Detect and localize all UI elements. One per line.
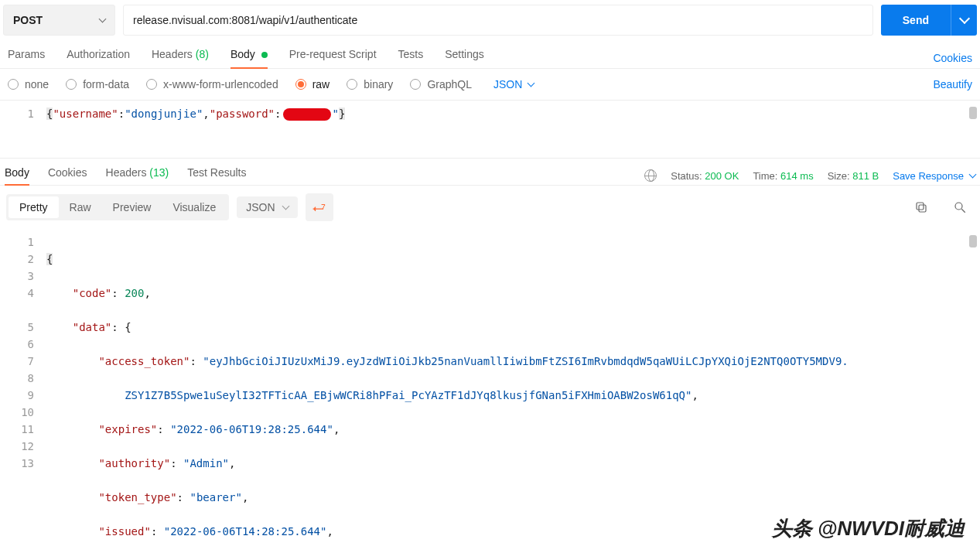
request-body-code[interactable]: {"username":"dongjunjie","password":"} xyxy=(46,105,980,122)
search-button[interactable] xyxy=(946,193,974,221)
resp-tab-headers[interactable]: Headers (13) xyxy=(106,166,169,185)
tab-headers-label: Headers xyxy=(152,48,193,60)
radio-icon xyxy=(146,79,157,90)
tab-headers[interactable]: Headers (8) xyxy=(152,48,209,68)
radio-form-data[interactable]: form-data xyxy=(66,78,129,90)
radio-urlencoded[interactable]: x-www-form-urlencoded xyxy=(146,78,278,90)
chevron-down-icon xyxy=(528,80,535,87)
resp-tab-test-results[interactable]: Test Results xyxy=(187,166,246,185)
tab-body-label: Body xyxy=(230,48,255,60)
radio-icon xyxy=(8,79,19,90)
size-label: Size: 811 B xyxy=(828,170,879,182)
body-type-radiogroup: none form-data x-www-form-urlencoded raw… xyxy=(8,78,534,90)
request-tabs: Params Authorization Headers (8) Body Pr… xyxy=(8,48,484,68)
beautify-link[interactable]: Beautify xyxy=(933,78,972,90)
redacted-password xyxy=(283,108,331,121)
radio-icon xyxy=(295,79,306,90)
radio-icon xyxy=(347,79,357,90)
scrollbar-indicator[interactable] xyxy=(969,235,977,247)
resp-headers-count: (13) xyxy=(149,166,169,179)
globe-icon[interactable] xyxy=(644,169,657,182)
tab-tests[interactable]: Tests xyxy=(398,48,424,68)
search-icon xyxy=(953,200,967,214)
copy-button[interactable] xyxy=(907,193,935,221)
time-label: Time: 614 ms xyxy=(753,170,813,182)
wrap-lines-button[interactable]: ⮐ xyxy=(306,193,333,221)
viewmode-preview[interactable]: Preview xyxy=(102,196,162,218)
send-button-group: Send xyxy=(881,5,977,36)
resp-tab-cookies[interactable]: Cookies xyxy=(48,166,87,185)
viewmode-raw[interactable]: Raw xyxy=(59,196,102,218)
radio-none[interactable]: none xyxy=(8,78,49,90)
http-method-value: POST xyxy=(13,14,43,26)
copy-icon xyxy=(914,200,928,214)
response-format-select[interactable]: JSON xyxy=(237,196,297,218)
tab-body[interactable]: Body xyxy=(230,48,268,68)
request-body-editor[interactable]: 1 {"username":"dongjunjie","password":"} xyxy=(0,101,980,159)
tab-authorization[interactable]: Authorization xyxy=(67,48,130,68)
response-gutter: 12345678910111213 xyxy=(0,234,46,553)
radio-graphql[interactable]: GraphQL xyxy=(410,78,472,90)
chevron-down-icon xyxy=(958,13,969,24)
request-url-input[interactable] xyxy=(123,5,873,36)
line-number: 1 xyxy=(0,105,34,122)
radio-raw[interactable]: raw xyxy=(295,78,330,90)
scrollbar-indicator[interactable] xyxy=(969,107,977,119)
size-value: 811 B xyxy=(852,170,879,182)
headers-count: (8) xyxy=(196,48,209,60)
svg-rect-0 xyxy=(919,205,926,212)
body-modified-indicator xyxy=(261,52,268,58)
body-type-row: none form-data x-www-form-urlencoded raw… xyxy=(0,69,980,101)
send-more-button[interactable] xyxy=(951,5,977,36)
svg-rect-1 xyxy=(917,203,924,210)
chevron-down-icon xyxy=(282,203,289,210)
tab-params[interactable]: Params xyxy=(8,48,45,68)
response-body-code[interactable]: { "code": 200, "data": { "access_token":… xyxy=(46,234,980,553)
status-label: Status: 200 OK xyxy=(671,170,739,182)
svg-point-2 xyxy=(955,203,962,210)
radio-binary[interactable]: binary xyxy=(347,78,393,90)
radio-icon xyxy=(410,79,421,90)
wrap-icon: ⮐ xyxy=(312,200,326,216)
request-tabs-row: Params Authorization Headers (8) Body Pr… xyxy=(0,40,980,69)
tab-settings[interactable]: Settings xyxy=(445,48,484,68)
chevron-down-icon xyxy=(99,15,107,23)
response-tabs: Body Cookies Headers (13) Test Results xyxy=(5,166,246,185)
svg-line-3 xyxy=(961,209,965,213)
request-bar: POST Send xyxy=(0,0,980,40)
response-tabs-row: Body Cookies Headers (13) Test Results S… xyxy=(0,159,980,186)
chevron-down-icon xyxy=(969,171,977,179)
response-format-label: JSON xyxy=(246,201,275,213)
radio-icon xyxy=(66,79,77,90)
response-meta: Status: 200 OK Time: 614 ms Size: 811 B … xyxy=(644,169,975,182)
body-format-label: JSON xyxy=(493,78,522,90)
resp-tab-body[interactable]: Body xyxy=(5,166,29,185)
view-mode-group: Pretty Raw Preview Visualize xyxy=(6,194,229,220)
http-method-select[interactable]: POST xyxy=(3,5,115,36)
response-view-controls: Pretty Raw Preview Visualize JSON ⮐ xyxy=(0,186,980,229)
time-value: 614 ms xyxy=(780,170,814,182)
tab-pre-request[interactable]: Pre-request Script xyxy=(289,48,377,68)
viewmode-pretty[interactable]: Pretty xyxy=(9,196,59,218)
send-button[interactable]: Send xyxy=(881,5,951,36)
response-body-editor[interactable]: 12345678910111213 { "code": 200, "data":… xyxy=(0,229,980,553)
body-format-select[interactable]: JSON xyxy=(493,78,534,90)
status-value: 200 OK xyxy=(705,170,739,182)
viewmode-visualize[interactable]: Visualize xyxy=(162,196,227,218)
save-response-button[interactable]: Save Response xyxy=(893,170,975,182)
resp-tab-headers-label: Headers xyxy=(106,166,147,179)
cookies-link[interactable]: Cookies xyxy=(933,52,972,64)
